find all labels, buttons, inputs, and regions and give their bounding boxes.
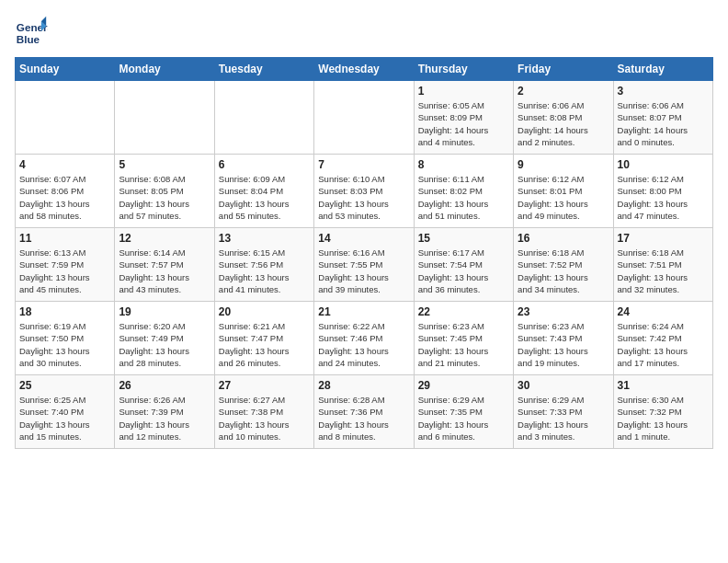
calendar-cell: 26Sunrise: 6:26 AM Sunset: 7:39 PM Dayli… bbox=[115, 375, 214, 449]
day-info: Sunrise: 6:08 AM Sunset: 8:05 PM Dayligh… bbox=[119, 173, 210, 222]
calendar-cell: 25Sunrise: 6:25 AM Sunset: 7:40 PM Dayli… bbox=[16, 375, 115, 449]
day-info: Sunrise: 6:15 AM Sunset: 7:56 PM Dayligh… bbox=[219, 247, 310, 295]
calendar-cell: 19Sunrise: 6:20 AM Sunset: 7:49 PM Dayli… bbox=[115, 302, 214, 375]
day-number: 29 bbox=[418, 379, 509, 392]
calendar-cell: 16Sunrise: 6:18 AM Sunset: 7:52 PM Dayli… bbox=[514, 228, 613, 302]
calendar-cell bbox=[314, 81, 414, 155]
day-info: Sunrise: 6:06 AM Sunset: 8:07 PM Dayligh… bbox=[618, 99, 709, 148]
weekday-header-friday: Friday bbox=[514, 58, 613, 81]
day-number: 8 bbox=[418, 158, 509, 171]
weekday-header-thursday: Thursday bbox=[414, 58, 513, 81]
day-number: 14 bbox=[318, 232, 409, 245]
day-info: Sunrise: 6:24 AM Sunset: 7:42 PM Dayligh… bbox=[618, 320, 709, 369]
calendar-cell: 18Sunrise: 6:19 AM Sunset: 7:50 PM Dayli… bbox=[16, 302, 115, 375]
day-info: Sunrise: 6:20 AM Sunset: 7:49 PM Dayligh… bbox=[119, 320, 210, 369]
day-number: 12 bbox=[119, 232, 210, 245]
day-info: Sunrise: 6:25 AM Sunset: 7:40 PM Dayligh… bbox=[19, 394, 110, 442]
weekday-header-tuesday: Tuesday bbox=[214, 58, 313, 81]
day-info: Sunrise: 6:12 AM Sunset: 8:00 PM Dayligh… bbox=[618, 173, 709, 222]
calendar-cell: 20Sunrise: 6:21 AM Sunset: 7:47 PM Dayli… bbox=[214, 302, 313, 375]
day-number: 18 bbox=[19, 305, 110, 318]
calendar-cell: 13Sunrise: 6:15 AM Sunset: 7:56 PM Dayli… bbox=[214, 228, 313, 302]
calendar-week-row: 25Sunrise: 6:25 AM Sunset: 7:40 PM Dayli… bbox=[16, 375, 713, 449]
weekday-header-saturday: Saturday bbox=[613, 58, 712, 81]
calendar-cell: 27Sunrise: 6:27 AM Sunset: 7:38 PM Dayli… bbox=[214, 375, 313, 449]
day-info: Sunrise: 6:26 AM Sunset: 7:39 PM Dayligh… bbox=[119, 394, 210, 442]
day-info: Sunrise: 6:19 AM Sunset: 7:50 PM Dayligh… bbox=[19, 320, 110, 369]
day-number: 11 bbox=[19, 232, 110, 245]
day-info: Sunrise: 6:27 AM Sunset: 7:38 PM Dayligh… bbox=[219, 394, 310, 442]
calendar-cell: 4Sunrise: 6:07 AM Sunset: 8:06 PM Daylig… bbox=[16, 155, 115, 228]
day-number: 7 bbox=[318, 158, 409, 171]
logo: General Blue bbox=[15, 15, 48, 48]
day-number: 4 bbox=[19, 158, 110, 171]
calendar-cell: 29Sunrise: 6:29 AM Sunset: 7:35 PM Dayli… bbox=[414, 375, 513, 449]
day-number: 17 bbox=[618, 232, 709, 245]
calendar-cell: 6Sunrise: 6:09 AM Sunset: 8:04 PM Daylig… bbox=[214, 155, 313, 228]
day-info: Sunrise: 6:16 AM Sunset: 7:55 PM Dayligh… bbox=[318, 247, 409, 295]
day-info: Sunrise: 6:28 AM Sunset: 7:36 PM Dayligh… bbox=[318, 394, 409, 442]
calendar-cell: 8Sunrise: 6:11 AM Sunset: 8:02 PM Daylig… bbox=[414, 155, 513, 228]
day-number: 13 bbox=[219, 232, 310, 245]
calendar-cell bbox=[115, 81, 214, 155]
calendar-cell: 17Sunrise: 6:18 AM Sunset: 7:51 PM Dayli… bbox=[613, 228, 712, 302]
calendar-cell: 2Sunrise: 6:06 AM Sunset: 8:08 PM Daylig… bbox=[514, 81, 613, 155]
day-info: Sunrise: 6:05 AM Sunset: 8:09 PM Dayligh… bbox=[418, 99, 509, 148]
calendar-cell: 7Sunrise: 6:10 AM Sunset: 8:03 PM Daylig… bbox=[314, 155, 414, 228]
calendar-cell: 21Sunrise: 6:22 AM Sunset: 7:46 PM Dayli… bbox=[314, 302, 414, 375]
day-number: 25 bbox=[19, 379, 110, 392]
calendar-week-row: 1Sunrise: 6:05 AM Sunset: 8:09 PM Daylig… bbox=[16, 81, 713, 155]
day-info: Sunrise: 6:22 AM Sunset: 7:46 PM Dayligh… bbox=[318, 320, 409, 369]
day-number: 2 bbox=[518, 85, 609, 98]
calendar-cell bbox=[16, 81, 115, 155]
day-number: 9 bbox=[518, 158, 609, 171]
day-number: 19 bbox=[119, 305, 210, 318]
calendar-cell bbox=[214, 81, 313, 155]
day-info: Sunrise: 6:23 AM Sunset: 7:45 PM Dayligh… bbox=[418, 320, 509, 369]
day-number: 27 bbox=[219, 379, 310, 392]
weekday-header-monday: Monday bbox=[115, 58, 214, 81]
day-number: 16 bbox=[518, 232, 609, 245]
calendar-cell: 28Sunrise: 6:28 AM Sunset: 7:36 PM Dayli… bbox=[314, 375, 414, 449]
day-number: 30 bbox=[518, 379, 609, 392]
day-number: 28 bbox=[318, 379, 409, 392]
day-info: Sunrise: 6:30 AM Sunset: 7:32 PM Dayligh… bbox=[618, 394, 709, 442]
logo-icon: General Blue bbox=[15, 15, 48, 48]
day-info: Sunrise: 6:11 AM Sunset: 8:02 PM Dayligh… bbox=[418, 173, 509, 222]
day-number: 20 bbox=[219, 305, 310, 318]
day-number: 5 bbox=[119, 158, 210, 171]
day-info: Sunrise: 6:23 AM Sunset: 7:43 PM Dayligh… bbox=[518, 320, 609, 369]
day-number: 1 bbox=[418, 85, 509, 98]
calendar-cell: 11Sunrise: 6:13 AM Sunset: 7:59 PM Dayli… bbox=[16, 228, 115, 302]
day-info: Sunrise: 6:09 AM Sunset: 8:04 PM Dayligh… bbox=[219, 173, 310, 222]
calendar-cell: 31Sunrise: 6:30 AM Sunset: 7:32 PM Dayli… bbox=[613, 375, 712, 449]
day-info: Sunrise: 6:06 AM Sunset: 8:08 PM Dayligh… bbox=[518, 99, 609, 148]
weekday-header-sunday: Sunday bbox=[16, 58, 115, 81]
calendar-cell: 9Sunrise: 6:12 AM Sunset: 8:01 PM Daylig… bbox=[514, 155, 613, 228]
day-number: 22 bbox=[418, 305, 509, 318]
calendar-cell: 10Sunrise: 6:12 AM Sunset: 8:00 PM Dayli… bbox=[613, 155, 712, 228]
day-info: Sunrise: 6:18 AM Sunset: 7:51 PM Dayligh… bbox=[618, 247, 709, 295]
header: General Blue bbox=[15, 15, 713, 48]
calendar-cell: 30Sunrise: 6:29 AM Sunset: 7:33 PM Dayli… bbox=[514, 375, 613, 449]
calendar-cell: 3Sunrise: 6:06 AM Sunset: 8:07 PM Daylig… bbox=[613, 81, 712, 155]
calendar-cell: 1Sunrise: 6:05 AM Sunset: 8:09 PM Daylig… bbox=[414, 81, 513, 155]
calendar-cell: 14Sunrise: 6:16 AM Sunset: 7:55 PM Dayli… bbox=[314, 228, 414, 302]
day-number: 10 bbox=[618, 158, 709, 171]
day-info: Sunrise: 6:18 AM Sunset: 7:52 PM Dayligh… bbox=[518, 247, 609, 295]
day-info: Sunrise: 6:17 AM Sunset: 7:54 PM Dayligh… bbox=[418, 247, 509, 295]
day-number: 15 bbox=[418, 232, 509, 245]
day-info: Sunrise: 6:14 AM Sunset: 7:57 PM Dayligh… bbox=[119, 247, 210, 295]
calendar-header-row: SundayMondayTuesdayWednesdayThursdayFrid… bbox=[16, 58, 713, 81]
day-number: 21 bbox=[318, 305, 409, 318]
calendar-cell: 24Sunrise: 6:24 AM Sunset: 7:42 PM Dayli… bbox=[613, 302, 712, 375]
calendar-cell: 5Sunrise: 6:08 AM Sunset: 8:05 PM Daylig… bbox=[115, 155, 214, 228]
calendar-table: SundayMondayTuesdayWednesdayThursdayFrid… bbox=[15, 57, 713, 449]
calendar-week-row: 4Sunrise: 6:07 AM Sunset: 8:06 PM Daylig… bbox=[16, 155, 713, 228]
day-number: 26 bbox=[119, 379, 210, 392]
calendar-cell: 23Sunrise: 6:23 AM Sunset: 7:43 PM Dayli… bbox=[514, 302, 613, 375]
calendar-cell: 22Sunrise: 6:23 AM Sunset: 7:45 PM Dayli… bbox=[414, 302, 513, 375]
day-number: 24 bbox=[618, 305, 709, 318]
calendar-week-row: 11Sunrise: 6:13 AM Sunset: 7:59 PM Dayli… bbox=[16, 228, 713, 302]
day-info: Sunrise: 6:29 AM Sunset: 7:33 PM Dayligh… bbox=[518, 394, 609, 442]
